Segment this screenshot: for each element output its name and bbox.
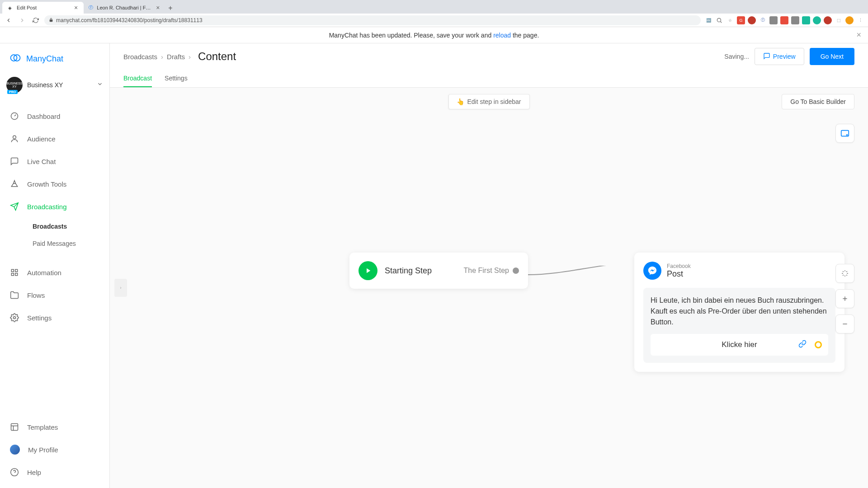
sidebar-item-automation[interactable]: Automation xyxy=(0,261,109,284)
edit-sidebar-button[interactable]: 👆 Edit step in sidebar xyxy=(448,94,529,109)
sidebar-item-dashboard[interactable]: Dashboard xyxy=(0,105,109,127)
ext-icon[interactable]: ⬚ xyxy=(835,16,843,24)
sidebar-item-flows[interactable]: Flows xyxy=(0,284,109,306)
back-button[interactable] xyxy=(4,15,14,25)
address-bar: manychat.com/fb181039443240830/posting/d… xyxy=(0,14,868,27)
svg-rect-8 xyxy=(15,273,18,276)
nav-label: Dashboard xyxy=(27,113,60,120)
ext-icon[interactable] xyxy=(824,16,832,24)
preview-button[interactable]: Preview xyxy=(755,48,804,65)
url-text: manychat.com/fb181039443240830/posting/d… xyxy=(56,17,203,23)
saving-status: Saving... xyxy=(724,53,749,60)
ext-icon[interactable] xyxy=(791,16,799,24)
account-name: Business XY xyxy=(27,81,63,89)
browser-tab-2[interactable]: ⓕ Leon R. Chaudhari | Facebook × xyxy=(84,2,165,14)
first-step-output[interactable]: The First Step xyxy=(464,267,519,275)
ext-icon[interactable]: 🔤 xyxy=(704,16,712,24)
sidebar: ManyChat BUSINESS XY PRO Business XY Das… xyxy=(0,43,110,488)
sidebar-item-templates[interactable]: Templates xyxy=(0,416,109,438)
dashboard-icon xyxy=(10,112,19,121)
sidebar-item-broadcasting[interactable]: Broadcasting xyxy=(0,195,109,218)
favicon-manychat: ◈ xyxy=(7,5,13,11)
nav-label: Broadcasts xyxy=(33,223,67,230)
ext-icon[interactable] xyxy=(780,16,788,24)
breadcrumb-item[interactable]: Drafts xyxy=(167,53,185,61)
ext-icon[interactable] xyxy=(802,16,810,24)
update-alert: ManyChat has been updated. Please, save … xyxy=(0,27,868,43)
svg-rect-6 xyxy=(15,269,18,272)
basic-builder-button[interactable]: Go To Basic Builder xyxy=(782,94,854,109)
sidebar-subitem-paid[interactable]: Paid Messages xyxy=(33,235,109,252)
svg-marker-16 xyxy=(367,268,370,273)
sidebar-item-help[interactable]: Help xyxy=(0,461,109,483)
add-panel-button[interactable] xyxy=(835,124,854,143)
ext-icon[interactable] xyxy=(769,16,778,24)
node-header: Facebook Post xyxy=(643,262,835,280)
connector-dot-icon[interactable] xyxy=(513,267,519,274)
chevron-right-icon: › xyxy=(161,53,163,61)
forward-button[interactable] xyxy=(17,15,27,25)
sidebar-item-audience[interactable]: Audience xyxy=(0,127,109,150)
sidebar-item-profile[interactable]: My Profile xyxy=(0,438,109,461)
sidebar-item-growth[interactable]: Growth Tools xyxy=(0,173,109,195)
ext-icon[interactable]: ☆ xyxy=(726,16,734,24)
alert-text-pre: ManyChat has been updated. Please, save … xyxy=(329,32,493,39)
ext-icon[interactable] xyxy=(748,16,756,24)
chevron-down-icon xyxy=(97,81,103,89)
nav-label: Audience xyxy=(27,135,56,143)
browser-tab-1[interactable]: ◈ Edit Post × xyxy=(2,2,84,14)
button-label: Edit step in sidebar xyxy=(467,98,521,105)
logo[interactable]: ManyChat xyxy=(0,43,109,74)
close-icon[interactable]: × xyxy=(856,30,861,40)
connector-dot-icon[interactable] xyxy=(815,341,822,348)
svg-rect-7 xyxy=(11,273,14,276)
tab-bar: ◈ Edit Post × ⓕ Leon R. Chaudhari | Face… xyxy=(0,0,868,14)
ext-icon[interactable]: G xyxy=(737,16,745,24)
post-body: Hi Leute, ich bin dabei ein neues Buch r… xyxy=(643,288,835,363)
chat-icon xyxy=(763,52,770,61)
main-content: Broadcasts › Drafts › Content Saving... … xyxy=(110,43,868,488)
reload-button[interactable] xyxy=(31,15,41,25)
new-tab-button[interactable]: + xyxy=(165,3,176,14)
account-avatar: BUSINESS XY PRO xyxy=(6,77,23,93)
sidebar-item-settings[interactable]: Settings xyxy=(0,306,109,329)
logo-text: ManyChat xyxy=(26,54,63,64)
button-label: Go To Basic Builder xyxy=(790,98,846,105)
tab-broadcast[interactable]: Broadcast xyxy=(123,70,152,87)
avatar-icon[interactable] xyxy=(845,16,854,24)
nav-label: Growth Tools xyxy=(27,180,66,188)
channel-label: Facebook xyxy=(667,263,691,269)
reload-link[interactable]: reload xyxy=(493,32,511,39)
zoom-in-button[interactable] xyxy=(835,289,854,308)
ext-icon[interactable]: ⓕ xyxy=(759,16,767,24)
breadcrumb-item[interactable]: Broadcasts xyxy=(123,53,157,61)
extension-icons: 🔤 ☆ G ⓕ ⬚ ⋮ xyxy=(704,16,864,24)
ext-icon[interactable] xyxy=(715,16,723,24)
svg-rect-17 xyxy=(841,131,849,136)
starting-step-node[interactable]: Starting Step The First Step xyxy=(349,253,528,289)
nav-label: Settings xyxy=(27,314,52,322)
sidebar-subitem-broadcasts[interactable]: Broadcasts xyxy=(33,218,109,235)
post-text: Hi Leute, ich bin dabei ein neues Buch r… xyxy=(651,295,828,328)
auto-arrange-button[interactable] xyxy=(835,264,854,283)
zoom-out-button[interactable] xyxy=(835,314,854,333)
sidebar-item-livechat[interactable]: Live Chat xyxy=(0,150,109,173)
help-icon xyxy=(10,468,19,477)
menu-icon[interactable]: ⋮ xyxy=(856,16,864,24)
close-icon[interactable]: × xyxy=(156,5,160,11)
go-next-button[interactable]: Go Next xyxy=(810,48,854,65)
account-switcher[interactable]: BUSINESS XY PRO Business XY xyxy=(0,74,109,96)
link-icon xyxy=(798,340,807,350)
flow-canvas[interactable]: 👆 Edit step in sidebar Go To Basic Build… xyxy=(110,88,868,488)
close-icon[interactable]: × xyxy=(73,5,79,11)
expand-sidebar-handle[interactable] xyxy=(114,279,127,297)
post-cta-button[interactable]: Klicke hier xyxy=(651,334,828,356)
facebook-post-node[interactable]: Facebook Post Hi Leute, ich bin dabei ei… xyxy=(634,253,844,372)
pro-badge: PRO xyxy=(7,90,18,94)
url-bar[interactable]: manychat.com/fb181039443240830/posting/d… xyxy=(44,15,701,25)
tab-title: Edit Post xyxy=(17,5,37,10)
node-title: Starting Step xyxy=(385,266,432,276)
svg-point-13 xyxy=(11,469,19,476)
tab-settings[interactable]: Settings xyxy=(165,70,188,87)
ext-icon[interactable] xyxy=(813,16,821,24)
